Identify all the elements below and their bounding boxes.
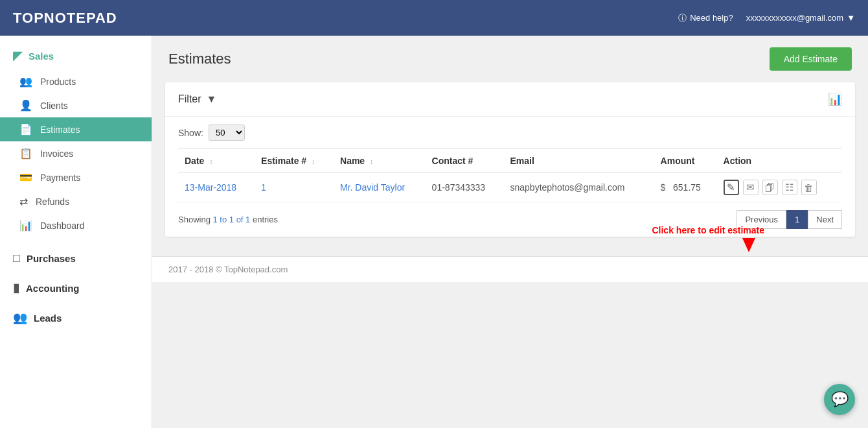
app-header: TopNotepad ⓘ Need help? xxxxxxxxxxxx@gma… bbox=[0, 0, 868, 36]
sidebar-item-dashboard-label: Dashboard bbox=[40, 220, 85, 231]
refunds-icon: ⇄ bbox=[19, 195, 28, 208]
col-name: Name ↕ bbox=[334, 149, 426, 173]
row-date-link[interactable]: 13-Mar-2018 bbox=[185, 182, 236, 193]
sidebar-item-invoices-label: Invoices bbox=[40, 149, 73, 159]
leads-icon: 👥 bbox=[13, 311, 27, 325]
table-footer: Showing 1 to 1 of 1 entries Previous 1 N… bbox=[165, 202, 855, 237]
sidebar-item-refunds-label: Refunds bbox=[36, 196, 69, 207]
sales-icon: ◤ bbox=[13, 49, 22, 63]
estimates-card: Filter ▼ 📊 Show: 50 25 100 bbox=[165, 82, 855, 237]
edit-estimate-button[interactable]: ✎ bbox=[724, 180, 739, 195]
filter-icon: ▼ bbox=[207, 93, 217, 105]
accounting-icon: ▮ bbox=[13, 281, 19, 295]
col-contact: Contact # bbox=[426, 149, 504, 173]
table-row: 13-Mar-2018 1 Mr. David Taylor 01-873433… bbox=[178, 173, 842, 202]
purchases-section-header[interactable]: □ Purchases bbox=[0, 244, 152, 273]
help-link[interactable]: ⓘ Need help? bbox=[678, 12, 733, 24]
delete-estimate-button[interactable]: 🗑 bbox=[801, 180, 817, 195]
pagination: Previous 1 Next bbox=[737, 210, 842, 229]
filter-label: Filter ▼ bbox=[178, 93, 216, 105]
email-estimate-button[interactable]: ✉ bbox=[743, 180, 759, 195]
sidebar-item-dashboard[interactable]: 📊 Dashboard bbox=[0, 213, 152, 237]
col-estimate-num: Estimate # ↕ bbox=[255, 149, 334, 173]
estimates-icon: 📄 bbox=[19, 123, 32, 136]
sales-section: ◤ Sales 👥 Products 👤 Clients 📄 Estimates… bbox=[0, 36, 152, 244]
page-footer: 2017 - 2018 © TopNotepad.com bbox=[152, 256, 868, 282]
copy-estimate-button[interactable]: 🗍 bbox=[762, 180, 778, 195]
amount-value: 651.75 bbox=[673, 182, 701, 193]
col-date: Date ↕ bbox=[178, 149, 255, 173]
sidebar-item-payments[interactable]: 💳 Payments bbox=[0, 165, 152, 189]
col-action: Action bbox=[717, 149, 842, 173]
filter-bar: Filter ▼ 📊 bbox=[165, 82, 855, 117]
chat-icon: 💬 bbox=[831, 391, 849, 408]
sidebar: ◤ Sales 👥 Products 👤 Clients 📄 Estimates… bbox=[0, 36, 152, 428]
row-actions: ✎ ✉ 🗍 ☷ 🗑 bbox=[717, 173, 842, 202]
table-estimate-button[interactable]: ☷ bbox=[782, 180, 797, 195]
sales-section-header[interactable]: ◤ Sales bbox=[0, 42, 152, 69]
content-header: Estimates Add Estimate bbox=[152, 36, 868, 82]
sort-name-icon[interactable]: ↕ bbox=[370, 158, 374, 165]
page-title: Estimates bbox=[168, 51, 231, 67]
show-toolbar: Show: 50 25 100 bbox=[165, 117, 855, 149]
sidebar-item-estimates-label: Estimates bbox=[40, 125, 80, 135]
estimates-table-wrap: Date ↕ Estimate # ↕ Name ↕ bbox=[165, 149, 855, 202]
action-icons-group: ✎ ✉ 🗍 ☷ 🗑 bbox=[724, 180, 836, 195]
sidebar-item-clients-label: Clients bbox=[40, 101, 68, 111]
currency-symbol: $ bbox=[661, 182, 666, 193]
purchases-icon: □ bbox=[13, 252, 20, 265]
products-icon: 👥 bbox=[19, 75, 32, 88]
sidebar-item-products-label: Products bbox=[40, 77, 76, 87]
previous-page-button[interactable]: Previous bbox=[737, 210, 786, 229]
filter-text: Filter bbox=[178, 93, 201, 105]
payments-icon: 💳 bbox=[19, 171, 32, 184]
showing-text: Showing bbox=[178, 215, 211, 224]
row-date: 13-Mar-2018 bbox=[178, 173, 255, 202]
leads-section-header[interactable]: 👥 Leads bbox=[0, 303, 152, 333]
sales-label: Sales bbox=[29, 51, 54, 62]
help-icon: ⓘ bbox=[678, 12, 687, 24]
user-email: xxxxxxxxxxxx@gmail.com bbox=[746, 13, 843, 23]
sidebar-item-clients[interactable]: 👤 Clients bbox=[0, 93, 152, 117]
sidebar-item-refunds[interactable]: ⇄ Refunds bbox=[0, 189, 152, 213]
chevron-down-icon: ▼ bbox=[847, 13, 855, 23]
show-label: Show: bbox=[178, 128, 203, 138]
user-menu[interactable]: xxxxxxxxxxxx@gmail.com ▼ bbox=[746, 13, 855, 23]
app-logo: TopNotepad bbox=[13, 10, 117, 27]
row-email: snapbytephotos@gmail.com bbox=[503, 173, 654, 202]
col-email: Email bbox=[503, 149, 654, 173]
estimates-table: Date ↕ Estimate # ↕ Name ↕ bbox=[178, 149, 842, 202]
sort-date-icon[interactable]: ↕ bbox=[209, 158, 213, 165]
sidebar-item-payments-label: Payments bbox=[40, 172, 80, 183]
sort-estimate-icon[interactable]: ↕ bbox=[312, 158, 315, 165]
next-page-button[interactable]: Next bbox=[808, 210, 842, 229]
showing-suffix: entries bbox=[253, 215, 278, 224]
row-name-link[interactable]: Mr. David Taylor bbox=[340, 182, 405, 193]
row-contact: 01-87343333 bbox=[426, 173, 504, 202]
row-estimate-num: 1 bbox=[255, 173, 334, 202]
showing-info: Showing 1 to 1 of 1 entries bbox=[178, 215, 278, 224]
showing-range: 1 to 1 of 1 bbox=[213, 215, 251, 224]
dashboard-icon: 📊 bbox=[19, 219, 32, 232]
sidebar-item-products[interactable]: 👥 Products bbox=[0, 69, 152, 93]
accounting-label: Accounting bbox=[26, 283, 80, 294]
export-icon[interactable]: 📊 bbox=[828, 92, 842, 106]
help-label: Need help? bbox=[690, 13, 733, 23]
header-right: ⓘ Need help? xxxxxxxxxxxx@gmail.com ▼ bbox=[678, 12, 855, 24]
row-estimate-link[interactable]: 1 bbox=[261, 182, 266, 193]
invoices-icon: 📋 bbox=[19, 147, 32, 160]
purchases-label: Purchases bbox=[27, 253, 76, 264]
row-name: Mr. David Taylor bbox=[334, 173, 426, 202]
col-amount: Amount bbox=[654, 149, 717, 173]
chat-support-button[interactable]: 💬 bbox=[824, 384, 855, 415]
sidebar-item-estimates[interactable]: 📄 Estimates bbox=[0, 117, 152, 141]
add-estimate-button[interactable]: Add Estimate bbox=[770, 47, 852, 71]
main-content: Estimates Add Estimate Filter ▼ 📊 Show: bbox=[152, 36, 868, 428]
sidebar-item-invoices[interactable]: 📋 Invoices bbox=[0, 141, 152, 165]
accounting-section-header[interactable]: ▮ Accounting bbox=[0, 273, 152, 303]
page-1-button[interactable]: 1 bbox=[786, 210, 808, 229]
show-select[interactable]: 50 25 100 bbox=[209, 125, 245, 141]
footer-copyright: 2017 - 2018 © TopNotepad.com bbox=[168, 265, 288, 274]
clients-icon: 👤 bbox=[19, 99, 32, 112]
main-layout: ◤ Sales 👥 Products 👤 Clients 📄 Estimates… bbox=[0, 36, 868, 428]
